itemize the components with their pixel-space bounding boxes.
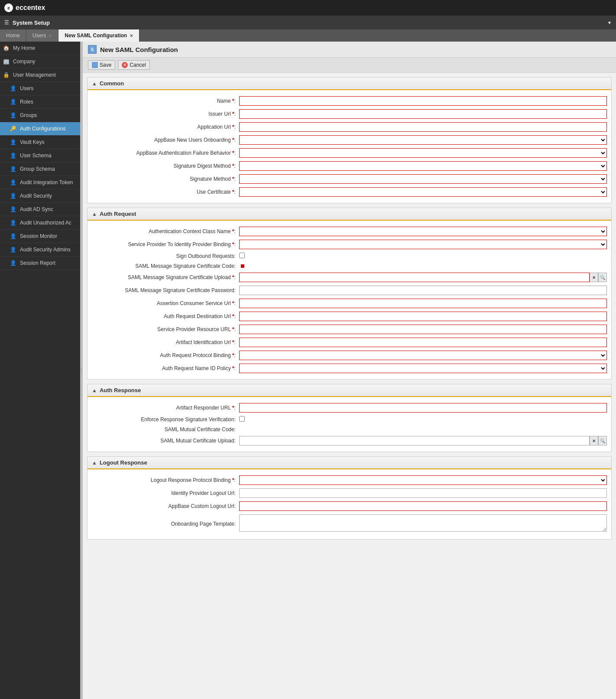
saml-sig-cert-browse-btn[interactable]: 🔍 — [598, 273, 607, 282]
field-enforce-response-sig-row: Enforce Response Signature Verification: — [88, 414, 611, 425]
collapse-logout-response-icon[interactable]: ▲ — [92, 460, 97, 466]
tab-users-close[interactable]: ✕ — [49, 33, 52, 38]
sidebar-item-audit-unauthorized-ac-label: Audit Unauthorized Ac — [20, 220, 71, 226]
tab-users[interactable]: Users ✕ — [26, 29, 58, 42]
cancel-button[interactable]: ✕ Cancel — [118, 60, 149, 70]
saml-sig-cert-upload-input[interactable] — [239, 273, 590, 282]
sidebar-item-audit-unauthorized-ac[interactable]: 👤 Audit Unauthorized Ac — [0, 216, 80, 230]
sidebar-item-users[interactable]: 👤 Users — [0, 82, 80, 95]
use-certificate-select[interactable] — [239, 187, 607, 197]
onboarding-template-textarea[interactable] — [239, 514, 607, 532]
save-label: Save — [100, 62, 111, 68]
field-assertion-consumer-url-row: Assertion Consumer Service Url *: — [88, 297, 611, 310]
auth-protocol-binding-select[interactable] — [239, 351, 607, 360]
app-logo: e eccentex — [4, 3, 45, 12]
collapse-common-icon[interactable]: ▲ — [92, 81, 97, 87]
save-button[interactable]: Save — [88, 60, 115, 70]
auth-context-select[interactable] — [239, 227, 607, 236]
name-input[interactable] — [239, 96, 607, 106]
appbase-new-users-select[interactable] — [239, 135, 607, 145]
form-container: ▲ Common Name *: Issuer Url *: — [83, 77, 616, 553]
sidebar-item-audit-ad-sync[interactable]: 👤 Audit AD Sync — [0, 203, 80, 216]
appbase-auth-failure-select[interactable] — [239, 148, 607, 158]
sidebar-item-audit-security-label: Audit Security — [20, 193, 52, 199]
field-sp-idp-binding-label: Service Provider To Identity Provider Bi… — [92, 241, 239, 247]
field-auth-protocol-binding-row: Auth Request Protocol Binding *: — [88, 349, 611, 362]
field-sign-outbound-row: Sign Outbound Requests: — [88, 251, 611, 261]
field-artifact-id-url-row: Artifact Identification Url *: — [88, 336, 611, 349]
sidebar-item-user-management[interactable]: 🔒 User Management — [0, 68, 80, 82]
sidebar-item-vault-keys[interactable]: 👤 Vault Keys — [0, 136, 80, 149]
field-artifact-responder-url-label: Artifact Responder URL *: — [92, 405, 239, 411]
roles-icon: 👤 — [10, 98, 16, 105]
logout-protocol-binding-select[interactable] — [239, 475, 607, 485]
sidebar-item-company[interactable]: 🏢 Company — [0, 55, 80, 68]
sidebar-item-company-label: Company — [13, 59, 35, 65]
sp-resource-url-input[interactable] — [239, 325, 607, 334]
issuer-url-input[interactable] — [239, 109, 607, 119]
saml-mutual-cert-browse-btn[interactable]: 🔍 — [598, 436, 607, 445]
page-icon: S — [88, 45, 97, 54]
sidebar-item-my-home-label: My Home — [13, 45, 35, 51]
section-common-header: ▲ Common — [88, 78, 611, 90]
auth-dest-url-input[interactable] — [239, 312, 607, 321]
sidebar-item-user-schema[interactable]: 👤 User Schema — [0, 149, 80, 163]
sidebar-item-my-home[interactable]: 🏠 My Home — [0, 42, 80, 55]
field-saml-sig-cert-password-row: SAML Message Signature Certificate Passw… — [88, 284, 611, 297]
sidebar-item-group-schema[interactable]: 👤 Group Schema — [0, 163, 80, 176]
sig-method-select[interactable] — [239, 174, 607, 184]
cancel-label: Cancel — [130, 62, 146, 68]
sidebar-item-audit-security[interactable]: 👤 Audit Security — [0, 189, 80, 203]
field-appbase-custom-logout-url-input — [239, 501, 607, 511]
sidebar-item-audit-integration-token[interactable]: 👤 Audit Integration Token — [0, 176, 80, 189]
sidebar-item-groups[interactable]: 👤 Groups — [0, 109, 80, 122]
section-auth-response-title: Auth Response — [100, 387, 141, 393]
audit-integration-icon: 👤 — [10, 179, 16, 186]
saml-sig-cert-password-input[interactable] — [239, 286, 607, 295]
field-idp-logout-url-input — [239, 488, 607, 498]
collapse-auth-response-icon[interactable]: ▲ — [92, 387, 97, 393]
artifact-responder-url-input[interactable] — [239, 403, 607, 413]
field-use-certificate-row: Use Certificate *: — [88, 185, 611, 198]
session-monitor-icon: 👤 — [10, 233, 16, 240]
appbase-custom-logout-url-input[interactable] — [239, 501, 607, 511]
page-title: New SAML Configuration — [100, 46, 178, 53]
sp-idp-binding-select[interactable] — [239, 240, 607, 249]
field-saml-mutual-cert-upload-label: SAML Mutual Certificate Upload: — [92, 438, 239, 444]
assertion-consumer-url-input[interactable] — [239, 299, 607, 308]
field-auth-name-id-policy-input — [239, 364, 607, 373]
tab-home[interactable]: Home — [0, 29, 26, 42]
enforce-response-sig-checkbox[interactable] — [239, 416, 245, 422]
sidebar-item-session-report[interactable]: 👤 Session Report — [0, 257, 80, 270]
field-assertion-consumer-url-label: Assertion Consumer Service Url *: — [92, 300, 239, 306]
users-icon: 👤 — [10, 85, 16, 92]
sign-outbound-checkbox[interactable] — [239, 253, 245, 258]
collapse-auth-request-icon[interactable]: ▲ — [92, 211, 97, 217]
field-sig-digest-method-label: Signature Digest Method *: — [92, 163, 239, 169]
saml-mutual-cert-clear-btn[interactable]: ✕ — [590, 436, 598, 445]
artifact-id-url-input[interactable] — [239, 338, 607, 347]
tab-users-label: Users — [32, 33, 46, 39]
section-auth-response: ▲ Auth Response Artifact Responder URL *… — [87, 384, 612, 452]
saml-mutual-cert-upload-input[interactable] — [239, 436, 590, 445]
idp-logout-url-input[interactable] — [239, 488, 607, 498]
sig-digest-method-select[interactable] — [239, 161, 607, 171]
saml-sig-cert-clear-btn[interactable]: ✕ — [590, 273, 598, 282]
sidebar-item-audit-security-admins[interactable]: 👤 Audit Security Admins — [0, 243, 80, 257]
field-artifact-id-url-input — [239, 338, 607, 347]
sidebar-item-audit-ad-sync-label: Audit AD Sync — [20, 206, 53, 212]
tab-new-saml[interactable]: New SAML Configuration ✕ — [58, 29, 139, 42]
sidebar-item-auth-configurations-label: Auth Configurations — [20, 126, 65, 132]
application-url-input[interactable] — [239, 122, 607, 132]
sidebar-item-group-schema-label: Group Schema — [20, 166, 55, 172]
sidebar-item-session-monitor[interactable]: 👤 Session Monitor — [0, 230, 80, 243]
auth-name-id-policy-select[interactable] — [239, 364, 607, 373]
sidebar-item-roles[interactable]: 👤 Roles — [0, 95, 80, 109]
tab-new-saml-close[interactable]: ✕ — [130, 33, 133, 38]
field-auth-name-id-policy-row: Auth Request Name ID Policy *: — [88, 362, 611, 375]
field-sp-resource-url-input — [239, 325, 607, 334]
field-name-row: Name *: — [88, 94, 611, 107]
sidebar-item-auth-configurations[interactable]: 🔑 Auth Configurations — [0, 122, 80, 136]
menu-icon[interactable]: ☰ — [4, 20, 9, 26]
field-auth-context-row: Authentication Context Class Name *: — [88, 225, 611, 238]
